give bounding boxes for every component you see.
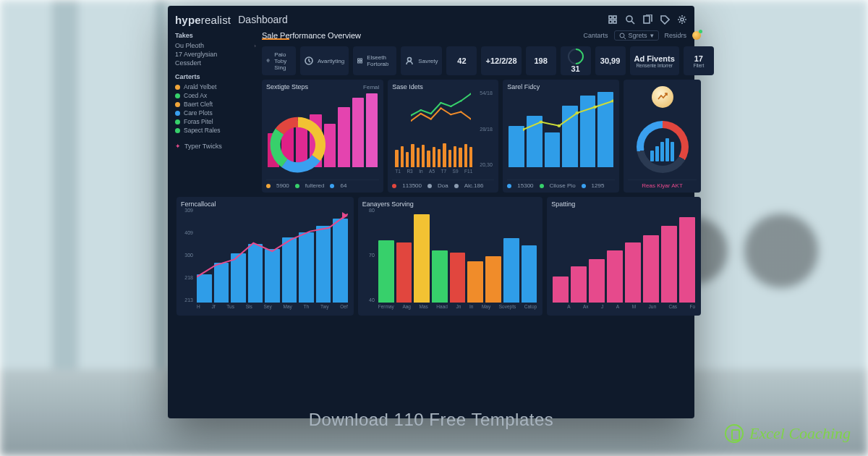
svg-point-17 xyxy=(430,113,432,114)
brand-prefix: hype xyxy=(175,14,201,26)
copy-icon[interactable] xyxy=(642,14,652,25)
grid-icon xyxy=(357,56,362,65)
panel-footer: 15300Cilose Pio1295 xyxy=(507,180,615,190)
settings-icon[interactable] xyxy=(677,14,687,25)
clock-icon xyxy=(305,56,313,65)
sidebar-item[interactable]: Cessdert xyxy=(175,59,256,67)
panel-footer: 113500DoaAlc.186 xyxy=(392,180,494,190)
chart-row-top: Sextigte StepsFemal 5900fultered64 Sase … xyxy=(262,80,701,193)
panel-ferncallocal: Ferncallocal 309409300218213HJfTusSisSey… xyxy=(176,197,354,316)
svg-point-31 xyxy=(558,124,561,127)
svg-point-25 xyxy=(440,108,442,109)
pin-icon xyxy=(266,56,270,65)
dot-icon xyxy=(454,184,459,188)
panel-footer: Reas Kiyar AKT xyxy=(628,180,697,190)
svg-point-30 xyxy=(540,121,543,124)
legend-item[interactable]: Baert Cleft xyxy=(175,100,256,109)
svg-point-26 xyxy=(450,114,452,115)
chart-bars-donut xyxy=(266,90,379,177)
svg-rect-12 xyxy=(358,62,359,63)
svg-point-24 xyxy=(430,119,432,120)
legend-item[interactable]: Arald Yelbet xyxy=(175,83,256,91)
apps-icon[interactable] xyxy=(608,14,618,25)
svg-point-7 xyxy=(620,33,624,38)
chart-combo xyxy=(507,90,615,177)
legend-item[interactable]: Sapect Rales xyxy=(175,126,256,135)
arrow-icon xyxy=(342,212,348,219)
svg-rect-10 xyxy=(358,59,359,60)
tag-icon[interactable] xyxy=(660,14,670,25)
download-banner[interactable]: Download 110 Free Templates xyxy=(168,410,694,430)
sub-header: Sale Performance Overview Cantarts Sgret… xyxy=(262,29,701,42)
search-icon[interactable] xyxy=(625,14,635,25)
kpi-card[interactable]: 17Fitert xyxy=(684,46,714,75)
kpi-card[interactable]: Savrety xyxy=(401,46,442,75)
main-pane: Sale Performance Overview Cantarts Sgret… xyxy=(262,29,701,413)
kpi-card[interactable]: +12/2/28 xyxy=(481,46,521,75)
legend-dot-icon xyxy=(175,128,180,133)
sidebar-heading: Carterts xyxy=(175,73,256,80)
panel-sarel-fidcy: Sarel Fidcy 15300Cilose Pio1295 xyxy=(503,80,619,193)
sidebar-section-takes: Takes Ou Pleoth› 17 Averglysian Cessdert xyxy=(175,29,256,67)
svg-point-16 xyxy=(420,109,422,111)
chevron-right-icon: › xyxy=(254,43,256,49)
svg-point-32 xyxy=(576,111,579,114)
kpi-card[interactable]: 42 xyxy=(446,46,477,75)
panel-sextigte-steps: Sextigte StepsFemal 5900fultered64 xyxy=(262,80,383,193)
subtitle: Sale Performance Overview xyxy=(262,31,361,40)
sidebar-footer-item[interactable]: ✦ Typer Twicks xyxy=(175,142,256,151)
panel-gauge: Reas Kiyar AKT xyxy=(624,80,701,193)
top-icon-group xyxy=(608,14,687,25)
chart-trend: 309409300218213HJfTusSisSeyMayThTwyOef xyxy=(181,208,349,313)
legend-dot-icon xyxy=(175,119,180,124)
kpi-card[interactable]: 30,99 xyxy=(595,46,626,75)
kpi-card[interactable]: 198 xyxy=(526,46,556,75)
kpi-card[interactable]: Elseeth Fortorab xyxy=(353,46,396,75)
notification-bell-icon[interactable] xyxy=(692,31,701,40)
chevron-down-icon: ▾ xyxy=(650,32,654,39)
svg-point-19 xyxy=(450,106,452,107)
brand-logo: hyperealist xyxy=(175,14,231,26)
legend-item[interactable]: Foras Pitel xyxy=(175,117,256,126)
svg-rect-2 xyxy=(609,20,612,23)
dot-icon xyxy=(540,184,544,188)
header-link[interactable]: Residrs xyxy=(665,32,687,39)
excel-coaching-brand[interactable]: Excel Coaching xyxy=(725,424,851,443)
svg-rect-13 xyxy=(360,62,362,63)
svg-point-33 xyxy=(594,106,597,109)
page-title: Dashboard xyxy=(238,14,288,25)
dashboard-window: hyperealist Dashboard Takes Ou Pleoth› 1… xyxy=(168,6,694,418)
sparkle-icon: ✦ xyxy=(175,143,181,150)
dot-icon xyxy=(507,184,511,188)
kpi-strip: Palo Toby SingAvartlytingElseeth Fortora… xyxy=(262,46,701,75)
svg-point-4 xyxy=(626,16,632,22)
legend-item[interactable]: Coed Ax xyxy=(175,91,256,100)
sidebar-section-legend: Carterts Arald YelbetCoed AxBaert CleftC… xyxy=(175,70,256,135)
svg-rect-11 xyxy=(360,59,362,60)
chart-lines: 54/1828/1820,30T1R3InA5T7S9F11 xyxy=(392,90,494,177)
chart-pinkbars: AAxJAMJunCasFo xyxy=(551,208,697,313)
subtitle-wrap: Sale Performance Overview xyxy=(262,31,361,40)
sidebar-item[interactable]: 17 Averglysian xyxy=(175,50,256,59)
brand-suffix: realist xyxy=(201,14,231,26)
chart-gauge xyxy=(628,83,697,177)
header-link[interactable]: Cantarts xyxy=(584,32,608,39)
kpi-card[interactable]: Avartlyting xyxy=(300,46,349,75)
search-pill[interactable]: Sgrets ▾ xyxy=(614,30,659,41)
svg-point-8 xyxy=(268,60,268,61)
chart-multibar: 807040FermayAagMasHaadJnInMaySoveptsCato… xyxy=(362,208,538,313)
dot-icon xyxy=(392,184,396,188)
excel-coaching-logo-icon xyxy=(725,424,744,443)
svg-rect-0 xyxy=(609,16,612,19)
kpi-card[interactable]: 31 xyxy=(561,46,591,75)
sidebar-heading: Takes xyxy=(175,32,256,39)
kpi-card[interactable]: Ad FiventsRensente Intorrer xyxy=(630,46,679,75)
svg-point-23 xyxy=(420,113,422,114)
svg-rect-3 xyxy=(613,20,616,23)
kpi-card[interactable]: Palo Toby Sing xyxy=(262,46,296,75)
svg-rect-1 xyxy=(613,16,616,19)
svg-point-27 xyxy=(460,111,462,113)
sidebar-item[interactable]: Ou Pleoth› xyxy=(175,41,256,50)
top-bar: hyperealist Dashboard xyxy=(175,10,687,29)
legend-item[interactable]: Care Plots xyxy=(175,109,256,117)
